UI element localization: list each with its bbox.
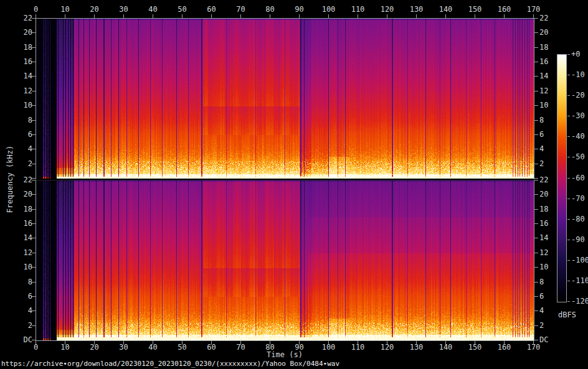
time-tick-label-bottom: 70	[236, 343, 245, 352]
time-tick-label-bottom: 100	[322, 343, 336, 352]
freq-tick-label-right: 6	[539, 292, 544, 301]
colorbar-tick-label: -10	[571, 71, 585, 79]
freq-tick-label-left: 14	[12, 234, 32, 242]
time-tick-label-bottom: 120	[381, 343, 394, 352]
time-tick-label-bottom: 0	[34, 343, 38, 352]
freq-tick-label-left: 16	[12, 220, 32, 228]
time-tick-label-bottom: 170	[527, 343, 541, 352]
time-tick-label-top: 50	[178, 6, 186, 14]
colorbar-tick	[567, 75, 570, 75]
freq-tick-label-right: 8	[539, 278, 544, 286]
freq-tick-label-left: 10	[12, 263, 32, 271]
time-tick-label-top: 150	[468, 6, 482, 14]
time-tick-label-bottom: 110	[351, 343, 365, 352]
time-tick-label-top: 140	[439, 6, 453, 14]
freq-tick-label-left: 4	[12, 307, 32, 315]
time-tick-label-bottom: 30	[119, 343, 128, 352]
freq-tick-right	[534, 62, 538, 62]
spectrogram-figure: 0010102020303040405050606070708080909010…	[0, 0, 588, 369]
time-tick-label-top: 80	[265, 6, 274, 14]
freq-tick-label-right: 14	[539, 72, 548, 80]
colorbar-gradient	[557, 55, 566, 302]
colorbar-tick	[567, 178, 570, 179]
time-tick-label-top: 20	[90, 6, 98, 14]
freq-tick-label-right: 22	[539, 14, 548, 22]
freq-tick-right	[534, 134, 538, 135]
x-axis-title: Time (s)	[267, 350, 303, 359]
colorbar-tick	[567, 116, 570, 116]
freq-tick-label-right: 22	[539, 176, 548, 184]
freq-tick-label-left: 20	[12, 29, 32, 37]
time-tick-label-bottom: 140	[439, 343, 453, 352]
freq-tick-label-left: 20	[12, 190, 32, 199]
time-tick-label-bottom: 130	[410, 343, 424, 352]
freq-tick-right	[534, 18, 538, 19]
colorbar-tick-label: -70	[571, 195, 585, 203]
freq-tick-label-left: 6	[12, 131, 32, 139]
colorbar-tick	[567, 260, 570, 261]
colorbar-tick-label: -100	[571, 256, 588, 264]
freq-tick-right	[534, 149, 538, 149]
colorbar-tick	[567, 136, 570, 137]
spectrogram-channel-2	[36, 180, 534, 340]
freq-tick-label-right: 10	[539, 101, 548, 110]
freq-tick-label-right: 12	[539, 249, 548, 257]
freq-tick-right	[534, 32, 538, 33]
source-url-caption: https://archive•org/download/20230120_20…	[1, 360, 339, 368]
freq-tick-label-left: 18	[12, 44, 32, 52]
freq-tick-label-left: 12	[12, 87, 32, 95]
time-tick-label-bottom: 160	[498, 343, 511, 352]
freq-tick-right	[534, 253, 538, 253]
colorbar-tick-label: -120	[571, 297, 588, 306]
colorbar-tick	[567, 219, 570, 220]
freq-tick-label-right: 20	[539, 29, 548, 37]
colorbar-tick	[567, 281, 570, 281]
time-tick-label-bottom: 50	[178, 343, 186, 352]
time-tick-label-bottom: 10	[60, 343, 69, 352]
freq-tick-label-right: 4	[539, 307, 544, 315]
colorbar-tick-label: -40	[571, 133, 585, 141]
freq-tick-right	[534, 223, 538, 224]
freq-tick-label-right: DC	[539, 336, 548, 344]
freq-tick-label-left: 10	[12, 101, 32, 110]
spectrogram-channel-1	[36, 19, 534, 179]
freq-tick-label-right: 18	[539, 205, 548, 213]
freq-tick-right	[534, 47, 538, 48]
colorbar-tick-label: -80	[571, 215, 585, 223]
colorbar-tick	[567, 95, 570, 96]
time-tick-label-top: 120	[381, 6, 394, 14]
freq-tick-label-left: 22	[12, 14, 32, 22]
freq-tick-label-right: 20	[539, 190, 548, 199]
freq-tick-label-left: 2	[12, 160, 32, 168]
colorbar-tick-label: -60	[571, 174, 585, 182]
freq-tick-label-right: 18	[539, 44, 548, 52]
freq-tick-label-right: 4	[539, 145, 544, 153]
freq-tick-right	[534, 311, 538, 311]
time-tick-label-top: 30	[119, 6, 128, 14]
y-axis-title: Frequency (kHz)	[6, 146, 14, 213]
freq-tick-label-right: 16	[539, 58, 548, 66]
time-tick-label-top: 130	[410, 6, 424, 14]
colorbar-tick	[567, 301, 570, 302]
colorbar-tick	[567, 240, 570, 240]
freq-tick-right	[534, 105, 538, 106]
freq-tick-right	[534, 178, 538, 179]
freq-tick-label-right: 6	[539, 131, 544, 139]
freq-tick-label-left: DC	[12, 336, 32, 344]
time-tick-label-top: 160	[498, 6, 511, 14]
time-tick-label-bottom: 60	[207, 343, 216, 352]
time-tick-label-top: 110	[351, 6, 365, 14]
time-tick-label-top: 60	[207, 6, 216, 14]
time-tick-label-top: 100	[322, 6, 336, 14]
freq-tick-label-right: 2	[539, 322, 544, 330]
freq-tick-label-left: 12	[12, 249, 32, 257]
colorbar-tick-label: -20	[571, 91, 585, 100]
freq-tick-right	[534, 238, 538, 238]
freq-tick-label-left: 14	[12, 72, 32, 80]
colorbar-tick	[567, 199, 570, 199]
freq-tick-right	[534, 340, 538, 340]
freq-tick-right	[534, 180, 538, 180]
colorbar-tick	[567, 54, 570, 55]
colorbar-tick-label: -110	[571, 277, 588, 285]
time-tick-label-bottom: 20	[90, 343, 98, 352]
